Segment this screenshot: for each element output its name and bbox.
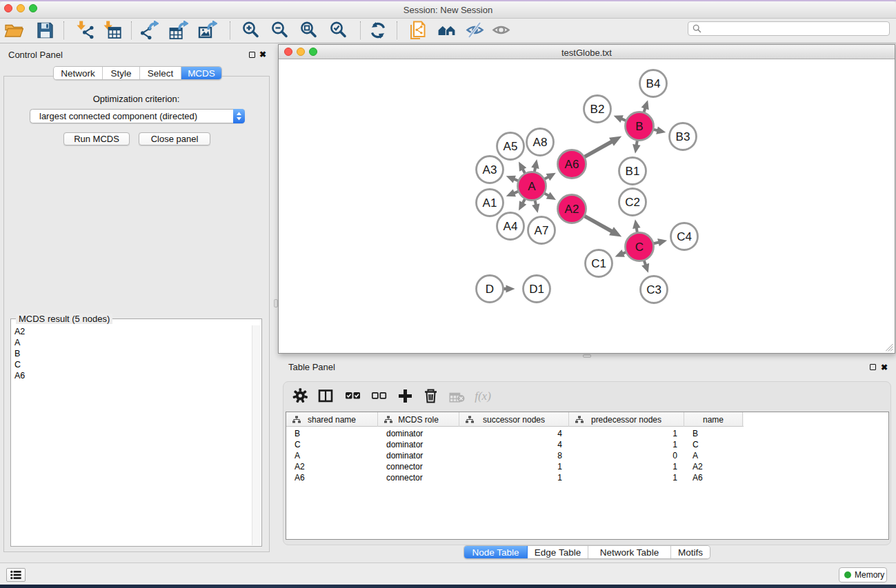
add-column-icon[interactable] (395, 386, 415, 405)
tab-network-table[interactable]: Network Table (588, 546, 671, 558)
edge-arrowhead (657, 239, 667, 246)
table-panel-float-button[interactable] (870, 364, 876, 370)
tab-network[interactable]: Network (54, 67, 103, 79)
table-cell: 0 (569, 450, 677, 461)
table-cell: A (295, 450, 378, 461)
edge-A-A7[interactable] (535, 201, 535, 205)
toolbar-separator (63, 21, 64, 39)
delete-column-icon[interactable] (421, 386, 440, 405)
save-session-icon[interactable] (34, 20, 55, 41)
mcds-result-list[interactable]: A2ABCA6 (14, 327, 25, 382)
edge-A-A4[interactable] (523, 199, 525, 203)
edge-A-A1[interactable] (514, 192, 519, 194)
export-network-icon[interactable] (139, 20, 159, 41)
column-header-successor-nodes[interactable]: successor nodes (459, 412, 569, 427)
tab-node-table[interactable]: Node Table (464, 546, 528, 558)
tab-mcds[interactable]: MCDS (181, 67, 221, 79)
mcds-result-item[interactable]: A (14, 338, 25, 349)
tab-style[interactable]: Style (103, 67, 140, 79)
mcds-result-item[interactable]: B (14, 349, 25, 360)
table-cell: 1 (569, 428, 677, 439)
network-window-titlebar[interactable]: testGlobe.txt (279, 45, 895, 59)
mcds-result-item[interactable]: A2 (14, 327, 25, 338)
column-layout-icon[interactable] (316, 386, 335, 405)
graph-node-label: A1 (483, 196, 497, 210)
edge-arrowhead (641, 100, 649, 110)
column-header-name[interactable]: name (684, 412, 743, 427)
tab-edge-table[interactable]: Edge Table (528, 546, 588, 558)
table-row-A[interactable]: Adominator80A (286, 450, 888, 461)
status-list-button[interactable] (6, 568, 26, 582)
tab-motifs[interactable]: Motifs (671, 546, 710, 558)
network-file-icon[interactable] (408, 20, 428, 41)
edge-C-C4[interactable] (653, 242, 659, 243)
import-network-icon[interactable] (74, 20, 95, 41)
export-table-icon[interactable] (168, 20, 189, 41)
show-all-icon[interactable] (491, 20, 512, 41)
criterion-dropdown[interactable]: largest connected component (directed) (30, 109, 245, 123)
zoom-out-icon[interactable] (270, 20, 290, 41)
export-image-icon[interactable] (197, 20, 218, 41)
table-row-A2[interactable]: A2connector11A2 (286, 461, 888, 472)
table-row-A6[interactable]: A6connector11A6 (286, 472, 888, 483)
column-header-shared-name[interactable]: shared name (286, 412, 378, 427)
import-table-icon[interactable] (101, 20, 122, 41)
refresh-icon[interactable] (368, 20, 388, 41)
edge-arrowhead (641, 263, 649, 273)
hide-selected-icon[interactable] (465, 20, 486, 41)
table-row-C[interactable]: Cdominator41C (286, 439, 888, 450)
tab-select[interactable]: Select (140, 67, 181, 79)
node-table[interactable]: shared nameMCDS rolesuccessor nodesprede… (286, 412, 889, 540)
open-session-icon[interactable] (3, 20, 24, 41)
optimization-criterion-label: Optimization criterion: (0, 94, 272, 104)
memory-button[interactable]: Memory (839, 567, 887, 582)
edge-C-C3[interactable] (644, 261, 646, 265)
mcds-result-item[interactable]: A6 (14, 371, 25, 382)
column-header-label: MCDS role (398, 415, 439, 425)
graph-node-label: C (635, 241, 644, 254)
control-panel-close-button[interactable]: ✖ (259, 51, 266, 58)
table-row-B[interactable]: Bdominator41B (286, 428, 888, 439)
resize-grip[interactable] (886, 344, 893, 352)
edge-A6-B[interactable] (584, 141, 612, 156)
table-panel-close-button[interactable]: ✖ (881, 364, 888, 371)
graph-node-label: C3 (646, 283, 661, 296)
edge-C-C2[interactable] (637, 227, 637, 232)
edge-B-B1[interactable] (637, 141, 637, 145)
horizontal-splitter-handle[interactable] (583, 354, 591, 358)
table-cell: C (693, 439, 743, 450)
graph-node-label: A4 (504, 220, 518, 233)
zoom-fit-icon[interactable] (299, 20, 319, 41)
search-input[interactable] (688, 21, 890, 36)
toolbar-separator (397, 21, 397, 39)
control-panel-float-button[interactable] (249, 52, 255, 58)
table-cell: dominator (386, 439, 459, 450)
mcds-result-box (10, 318, 262, 547)
edge-A2-C[interactable] (584, 216, 612, 231)
mcds-result-title: MCDS result (5 nodes) (16, 314, 112, 324)
select-all-icon[interactable] (343, 386, 362, 405)
column-header-MCDS-role[interactable]: MCDS role (378, 412, 459, 427)
edge-A-A5[interactable] (523, 169, 525, 173)
first-neighbors-icon[interactable] (437, 20, 457, 41)
zoom-selected-icon[interactable] (328, 20, 349, 41)
graph-node-label: B3 (676, 130, 690, 143)
close-panel-button[interactable]: Close panel (139, 132, 210, 145)
network-graph-canvas[interactable]: B4B2BB3A8A5A6A3B1AC2A1A2A4A7C4CC1C3DD1 (279, 60, 895, 354)
edge-A-A2[interactable] (544, 193, 548, 196)
table-cell: connector (386, 461, 459, 472)
result-scrollbar[interactable] (252, 325, 261, 545)
memory-status-icon (844, 571, 851, 578)
edge-A-A6[interactable] (544, 177, 548, 179)
run-mcds-button[interactable]: Run MCDS (63, 132, 130, 145)
table-settings-icon[interactable] (290, 386, 310, 405)
table-cell: 1 (459, 472, 562, 483)
zoom-in-icon[interactable] (241, 20, 261, 41)
edge-A-A3[interactable] (514, 179, 519, 181)
deselect-all-icon[interactable] (369, 386, 388, 405)
column-header-predecessor-nodes[interactable]: predecessor nodes (569, 412, 684, 427)
mcds-result-item[interactable]: C (14, 360, 25, 371)
window-title: Session: New Session (0, 5, 896, 15)
edge-B-B2[interactable] (621, 119, 626, 121)
table-panel-title: Table Panel (288, 362, 335, 372)
